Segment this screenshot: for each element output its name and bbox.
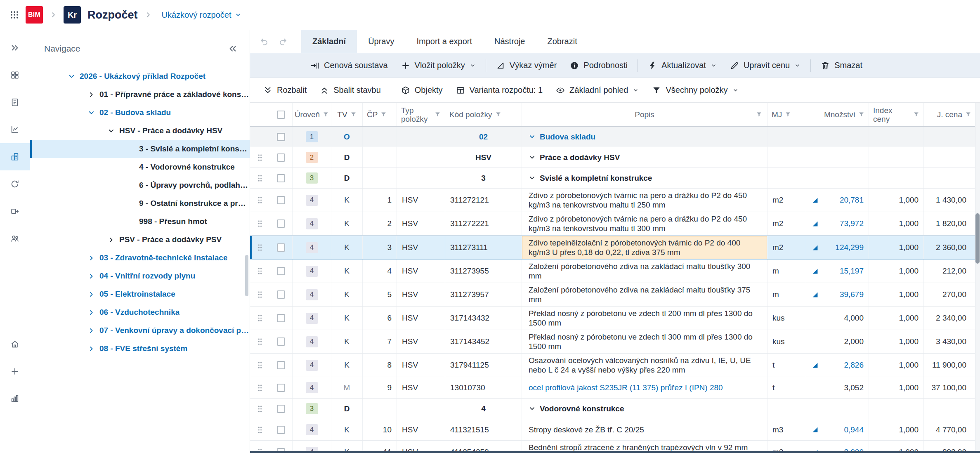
chevron-right-icon[interactable] (87, 291, 95, 298)
podrobnosti-button[interactable]: Podrobnosti (563, 57, 634, 75)
vertical-scrollbar-thumb[interactable] (975, 213, 980, 264)
nav-item[interactable]: 998 - Přesun hmot (30, 212, 250, 231)
chevron-down-icon[interactable] (529, 133, 536, 140)
filter-icon[interactable] (350, 111, 357, 118)
chevron-down-icon[interactable] (107, 127, 115, 134)
transfer-button[interactable] (0, 198, 30, 225)
varianta-rozpoctu-button[interactable]: Varianta rozpočtu: 1 (449, 81, 550, 99)
table-row[interactable]: 4K3HSV311273111Zdivo tepelněizolační z p… (250, 236, 980, 260)
undo-button[interactable] (257, 33, 272, 50)
nav-item[interactable]: 3 - Svislé a kompletní konstrukce (30, 140, 250, 158)
table-row[interactable]: 2DHSVPráce a dodávky HSV (250, 147, 980, 168)
tab-upravy[interactable]: Úpravy (357, 30, 405, 53)
table-row[interactable]: 3D3Svislé a kompletní konstrukce (250, 168, 980, 189)
tab-zobrazit[interactable]: Zobrazit (536, 30, 588, 53)
nav-item[interactable]: 02 - Budova skladu (30, 104, 250, 122)
nav-item[interactable]: 06 - Vzduchotechnika (30, 303, 250, 321)
quantity-value[interactable]: 39,679 (840, 290, 864, 299)
row-checkbox[interactable] (277, 290, 285, 299)
expand-panel-button[interactable] (0, 34, 30, 61)
zakladni-pohled-button[interactable]: Základní pohled (549, 81, 645, 99)
row-checkbox[interactable] (277, 361, 285, 369)
reports-chart-button[interactable] (0, 116, 30, 143)
sync-button[interactable] (0, 170, 30, 198)
drag-handle[interactable] (250, 168, 270, 188)
tab-zakladni[interactable]: Základní (301, 30, 357, 53)
home-button[interactable] (0, 330, 30, 358)
table-row[interactable]: 4M9HSV13010730ocel profilová jakost S235… (250, 377, 980, 399)
filter-icon[interactable] (495, 111, 501, 118)
chevron-down-icon[interactable] (529, 405, 536, 412)
filter-icon[interactable] (785, 111, 791, 118)
chevron-right-icon[interactable] (87, 273, 95, 280)
horizontal-scrollbar[interactable] (250, 451, 980, 453)
drag-handle[interactable] (250, 283, 270, 306)
nav-item[interactable]: 2026 - Ukázkový příklad Rozpočet (30, 67, 250, 85)
drag-handle[interactable] (250, 236, 270, 259)
filter-icon[interactable] (435, 111, 441, 118)
chevron-right-icon[interactable] (87, 345, 95, 352)
nav-scrollbar-thumb[interactable] (245, 255, 248, 296)
measurement-chart-icon[interactable] (811, 267, 819, 275)
drag-handle[interactable] (250, 419, 270, 440)
quantity-value[interactable]: 20,781 (840, 196, 864, 205)
table-row[interactable]: 4K8HSV317941125Osazování ocelových válco… (250, 354, 980, 377)
table-row[interactable]: 4K4HSV311273955Založení pórobetonového z… (250, 260, 980, 283)
project-selector[interactable]: Ukázkový rozpočet (162, 10, 242, 20)
add-new-button[interactable] (0, 358, 30, 385)
filter-icon[interactable] (913, 111, 919, 118)
quantity-value[interactable]: 2,826 (844, 361, 864, 370)
vykaz-vymer-button[interactable]: Výkaz výměr (489, 57, 563, 75)
item-description[interactable]: ocel profilová jakost S235JR (11 375) pr… (529, 383, 723, 392)
table-row[interactable]: 4K6HSV317143432Překlad nosný z pórobeton… (250, 307, 980, 330)
drag-handle[interactable] (250, 399, 270, 419)
quantity-value[interactable]: 124,299 (835, 243, 864, 252)
nav-item[interactable]: 4 - Vodorovné konstrukce (30, 158, 250, 176)
row-checkbox[interactable] (277, 426, 285, 434)
nav-item[interactable]: 08 - FVE střešní systém (30, 340, 250, 358)
row-checkbox[interactable] (277, 243, 285, 252)
row-checkbox[interactable] (277, 174, 285, 182)
row-checkbox[interactable] (277, 219, 285, 228)
drag-handle[interactable] (250, 330, 270, 353)
row-checkbox[interactable] (277, 337, 285, 346)
table-row[interactable]: 4K2HSV311272221Zdivo z pórobetonových tv… (250, 212, 980, 236)
nav-item[interactable]: 03 - Zdravotně-technické instalace (30, 249, 250, 267)
objekty-button[interactable]: Objekty (394, 81, 449, 99)
documents-button[interactable] (0, 89, 30, 116)
nav-item[interactable]: 6 - Úpravy povrchů, podlahy a osazování … (30, 176, 250, 194)
measurement-chart-icon[interactable] (811, 291, 819, 299)
nav-item[interactable]: 01 - Přípravné práce a základové konstru… (30, 85, 250, 104)
budget-building-button[interactable] (0, 143, 30, 170)
nav-item[interactable]: PSV - Práce a dodávky PSV (30, 231, 250, 249)
nav-item[interactable]: HSV - Práce a dodávky HSV (30, 122, 250, 140)
measurement-chart-icon[interactable] (811, 244, 819, 252)
chevron-down-icon[interactable] (87, 109, 95, 116)
nav-item[interactable]: 05 - Elektroinstalace (30, 285, 250, 303)
kros-module-logo[interactable]: Kr (64, 6, 81, 24)
measurement-chart-icon[interactable] (811, 361, 819, 369)
measurement-chart-icon[interactable] (811, 426, 819, 434)
rozbalit-button[interactable]: Rozbalit (257, 81, 313, 99)
redo-button[interactable] (275, 33, 290, 50)
row-checkbox[interactable] (277, 196, 285, 204)
filter-icon[interactable] (756, 111, 762, 118)
drag-handle[interactable] (250, 307, 270, 330)
chevron-right-icon[interactable] (87, 309, 95, 316)
table-row[interactable]: 1O02Budova skladu (250, 127, 980, 147)
drag-handle[interactable] (250, 189, 270, 212)
select-all-checkbox[interactable] (277, 111, 285, 119)
chevron-right-icon[interactable] (87, 327, 95, 334)
row-checkbox[interactable] (277, 314, 285, 322)
measurement-chart-icon[interactable] (811, 196, 819, 204)
nav-item[interactable]: 04 - Vnitřní rozvody plynu (30, 267, 250, 285)
sbalit-stavbu-button[interactable]: Sbalit stavbu (313, 81, 387, 99)
table-row[interactable]: 4K7HSV317143452Překlad nosný z pórobeton… (250, 330, 980, 354)
chevron-right-icon[interactable] (87, 255, 95, 262)
quantity-value[interactable]: 0,944 (844, 425, 864, 434)
row-checkbox[interactable] (277, 384, 285, 392)
app-launcher-button[interactable] (10, 10, 19, 19)
nav-item[interactable]: 9 - Ostatní konstrukce a práce, bourání (30, 194, 250, 212)
quantity-value[interactable]: 15,197 (840, 267, 864, 276)
table-row[interactable]: 4K10HSV411321515Stropy deskové ze ŽB tř.… (250, 419, 980, 441)
